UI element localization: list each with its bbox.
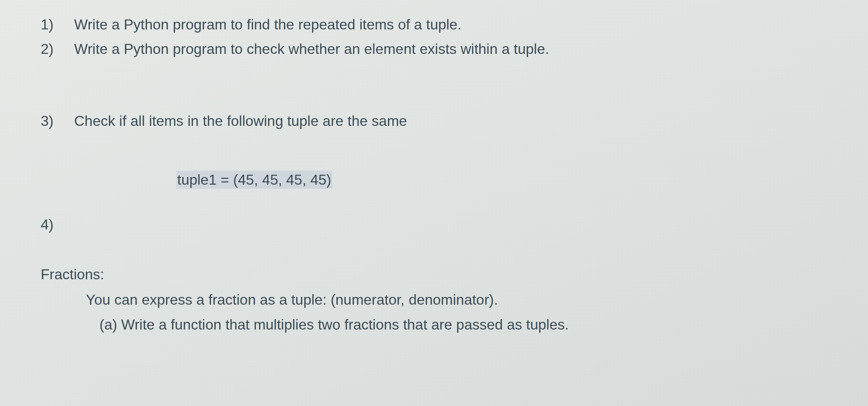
fractions-heading: Fractions:	[41, 263, 841, 286]
question-3-text: Check if all items in the following tupl…	[74, 110, 407, 133]
marker-2: 2)	[27, 38, 74, 61]
marker-3: 3)	[27, 110, 74, 133]
question-3: 3) Check if all items in the following t…	[27, 110, 841, 133]
marker-4: 4)	[27, 214, 74, 236]
code-text: tuple1 = (45, 45, 45, 45)	[176, 171, 332, 189]
question-4: 4)	[27, 214, 841, 236]
question-1-text: Write a Python program to find the repea…	[74, 14, 462, 36]
code-sample: tuple1 = (45, 45, 45, 45)	[176, 169, 841, 191]
marker-1: 1)	[27, 14, 74, 36]
fractions-line-1: You can express a fraction as a tuple: (…	[86, 289, 841, 311]
question-2-text: Write a Python program to check whether …	[74, 38, 549, 61]
document-page: 1) Write a Python program to find the re…	[0, 0, 868, 354]
question-2: 2) Write a Python program to check wheth…	[27, 38, 841, 61]
question-1: 1) Write a Python program to find the re…	[27, 14, 841, 36]
fractions-line-2: (a) Write a function that multiplies two…	[99, 314, 841, 336]
